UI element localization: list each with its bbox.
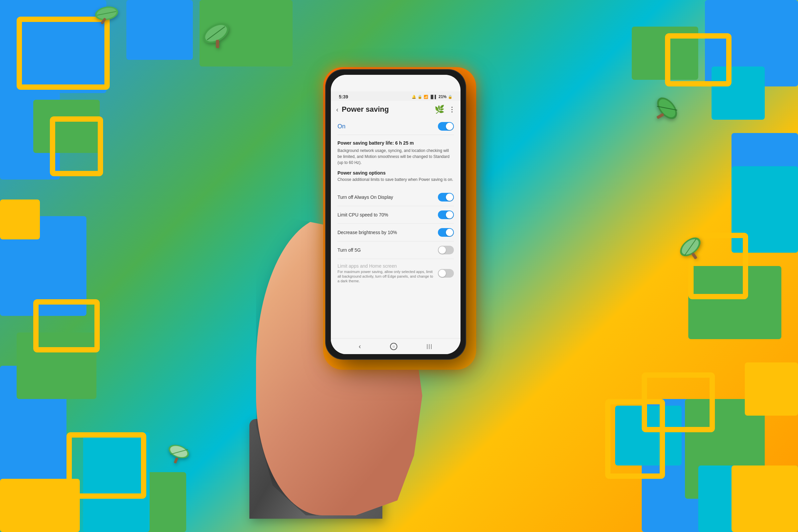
- hand-phone-container: 5:39 🔔 🔒 📶 ▐▌▌ 21% 🔒 ‹ Power saving 🌿: [283, 43, 515, 509]
- status-icons: 🔔 🔒 📶 ▐▌▌ 21% 🔒: [412, 94, 453, 99]
- app-bar: ‹ Power saving 🌿 ⋮: [331, 101, 460, 118]
- setting-label-1: Limit CPU speed to 70%: [338, 212, 388, 217]
- main-toggle-switch[interactable]: [438, 122, 454, 131]
- toggle-brightness[interactable]: [438, 228, 454, 237]
- setting-label-3: Turn off 5G: [338, 247, 361, 253]
- wifi-icon: 📶: [424, 95, 428, 99]
- battery-text: 21%: [439, 94, 446, 99]
- toggle-5g[interactable]: [438, 246, 454, 254]
- setting-label-2: Decrease brightness by 10%: [338, 230, 397, 235]
- more-options-button[interactable]: ⋮: [449, 106, 455, 113]
- svg-rect-15: [691, 252, 698, 260]
- setting-label-0: Turn off Always On Display: [338, 194, 393, 200]
- setting-brightness: Decrease brightness by 10%: [338, 224, 454, 241]
- svg-rect-19: [174, 457, 178, 464]
- svg-rect-7: [216, 40, 219, 48]
- screen-content: 5:39 🔔 🔒 📶 ▐▌▌ 21% 🔒 ‹ Power saving 🌿: [331, 75, 460, 354]
- back-button[interactable]: ‹: [336, 106, 339, 113]
- battery-life-text: Power saving battery life: 6 h 25 m: [338, 140, 454, 146]
- nav-home-icon[interactable]: ○: [390, 343, 397, 350]
- scene: 5:39 🔔 🔒 📶 ▐▌▌ 21% 🔒 ‹ Power saving 🌿: [0, 0, 798, 532]
- power-saving-options-title: Power saving options: [338, 170, 454, 175]
- alarm-icon: 🔔: [412, 95, 416, 99]
- status-time: 5:39: [339, 94, 348, 99]
- setting-cpu-speed: Limit CPU speed to 70%: [338, 206, 454, 224]
- main-toggle-row: On: [338, 118, 454, 135]
- setting-subtext-4: For maximum power saving, allow only sel…: [338, 269, 434, 284]
- toggle-cpu-speed[interactable]: [438, 210, 454, 219]
- toggle-always-on-display[interactable]: [438, 193, 454, 202]
- svg-rect-11: [657, 113, 664, 119]
- setting-label-4: Limit apps and Home screen: [338, 263, 434, 269]
- lock-icon: 🔒: [418, 95, 422, 99]
- info-section: Power saving battery life: 6 h 25 m Back…: [338, 135, 454, 189]
- setting-limit-apps: Limit apps and Home screen For maximum p…: [338, 259, 454, 288]
- battery-desc-text: Background network usage, syncing, and l…: [338, 148, 454, 166]
- power-saving-options-desc: Choose additional limits to save battery…: [338, 177, 454, 183]
- signal-icon: ▐▌▌: [430, 95, 437, 99]
- setting-always-on-display: Turn off Always On Display: [338, 189, 454, 206]
- phone-screen: 5:39 🔔 🔒 📶 ▐▌▌ 21% 🔒 ‹ Power saving 🌿: [331, 75, 460, 354]
- toggle-limit-apps[interactable]: [438, 269, 454, 278]
- page-title: Power saving: [342, 105, 433, 114]
- main-toggle-label: On: [338, 123, 345, 130]
- battery-icon: 🔒: [448, 95, 453, 99]
- nav-bar: ‹ ○ |||: [331, 338, 460, 354]
- eco-leaf-icon: 🌿: [435, 105, 444, 114]
- status-bar: 5:39 🔔 🔒 📶 ▐▌▌ 21% 🔒: [331, 92, 460, 101]
- content-area: On Power saving battery life: 6 h 25 m B…: [331, 118, 460, 288]
- nav-back-icon[interactable]: ‹: [359, 342, 361, 350]
- nav-recents-icon[interactable]: |||: [426, 343, 433, 349]
- setting-5g: Turn off 5G: [338, 241, 454, 259]
- leaf-top-center: [197, 14, 236, 54]
